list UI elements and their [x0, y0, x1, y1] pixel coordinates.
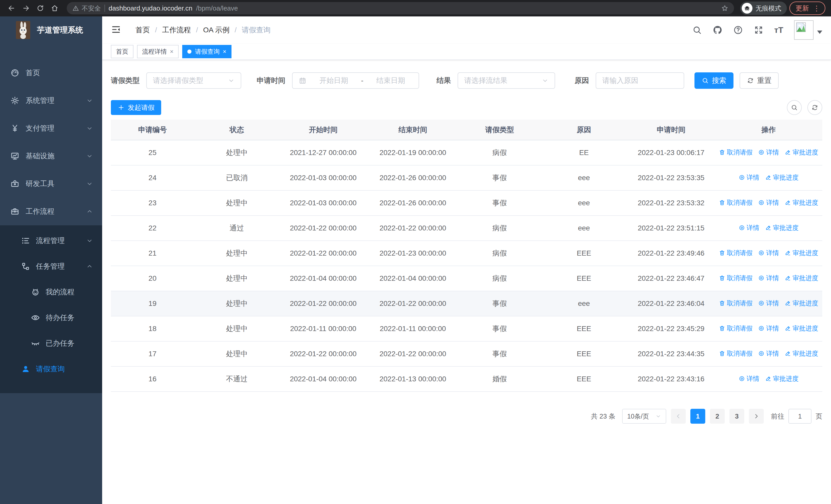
sidebar-item-5[interactable]: 工作流程	[0, 198, 102, 225]
result-select[interactable]: 请选择流结果	[458, 72, 555, 89]
sidebar-item-4[interactable]: 研发工具	[0, 170, 102, 198]
detail-action-link[interactable]: 详情	[739, 375, 760, 383]
create-leave-button[interactable]: 发起请假	[111, 100, 161, 115]
sidebar-subitem-label: 流程管理	[36, 236, 81, 245]
pen-icon	[784, 350, 791, 357]
help-icon[interactable]	[733, 25, 743, 35]
cell-id: 24	[111, 165, 194, 190]
detail-action-link[interactable]: 详情	[758, 274, 779, 282]
cell-start: 2022-01-22 00:00:00	[280, 291, 367, 316]
cancel-action-link[interactable]: 取消请假	[719, 349, 752, 358]
column-header: 开始时间	[280, 120, 367, 140]
toggle-search-button[interactable]	[787, 100, 802, 115]
forward-icon[interactable]	[20, 2, 32, 14]
url-bar[interactable]: 不安全 dashboard.yudao.iocoder.cn/bpm/oa/le…	[67, 2, 734, 14]
detail-action-link[interactable]: 详情	[758, 148, 779, 156]
browser-update-button[interactable]: 更新 ⋮	[790, 2, 825, 15]
not-secure-warning[interactable]: 不安全	[73, 4, 101, 12]
font-size-icon[interactable]: тТ	[774, 26, 783, 34]
progress-action-link[interactable]: 审批进度	[784, 249, 818, 257]
reload-icon[interactable]	[34, 2, 46, 14]
cancel-action-link[interactable]: 取消请假	[719, 249, 752, 257]
sidebar-collapse-icon[interactable]	[111, 24, 122, 36]
progress-action-link[interactable]: 审批进度	[784, 198, 818, 207]
pagination: 共 23 条 10条/页 1 2 3 前往 页	[111, 409, 822, 439]
sidebar-subitem-0[interactable]: 流程管理	[0, 228, 102, 254]
trash-icon	[719, 149, 725, 155]
tab-leave-query[interactable]: 请假查询×	[182, 45, 231, 58]
column-header: 状态	[194, 120, 280, 140]
cancel-action-link[interactable]: 取消请假	[719, 148, 752, 156]
tab-home[interactable]: 首页	[111, 45, 134, 58]
detail-action-link[interactable]: 详情	[758, 324, 779, 333]
goto-page-input[interactable]	[789, 409, 811, 424]
breadcrumb-item-oa[interactable]: OA 示例	[203, 25, 230, 35]
reset-button[interactable]: 重置	[740, 72, 779, 89]
sidebar-subitem-5[interactable]: 请假查询	[0, 356, 102, 382]
github-icon[interactable]	[713, 25, 722, 35]
sidebar-subitem-2[interactable]: 我的流程	[0, 279, 102, 305]
page-button-1[interactable]: 1	[690, 409, 705, 424]
sidebar-subitem-label: 已办任务	[46, 338, 93, 348]
detail-action-link[interactable]: 详情	[758, 249, 779, 257]
apply-time-range-picker[interactable]: 开始日期 - 结束日期	[292, 72, 419, 89]
progress-action-link[interactable]: 审批进度	[784, 274, 818, 282]
tab-process-detail[interactable]: 流程详情×	[137, 45, 179, 58]
trash-icon	[719, 199, 725, 206]
sidebar-item-2[interactable]: 支付管理	[0, 114, 102, 142]
progress-action-link[interactable]: 审批进度	[765, 173, 799, 182]
cancel-action-link[interactable]: 取消请假	[719, 324, 752, 333]
cell-start: 2022-01-11 00:00:00	[280, 316, 367, 341]
progress-action-link[interactable]: 审批进度	[765, 375, 799, 383]
cell-actions: 详情审批进度	[715, 366, 822, 392]
plus-icon	[118, 104, 125, 111]
sidebar-subitem-3[interactable]: 待办任务	[0, 305, 102, 330]
chevron-down-icon	[86, 180, 93, 187]
close-icon[interactable]: ×	[223, 48, 226, 55]
detail-action-link[interactable]: 详情	[739, 173, 760, 182]
user-avatar[interactable]	[794, 20, 822, 40]
cancel-action-link[interactable]: 取消请假	[719, 274, 752, 282]
chevron-down-icon	[228, 77, 235, 84]
reason-input[interactable]	[596, 73, 684, 88]
page-size-select[interactable]: 10条/页	[622, 409, 666, 424]
kebab-menu-icon[interactable]: ⋮	[813, 4, 820, 12]
detail-action-link[interactable]: 详情	[758, 198, 779, 207]
prev-page-button[interactable]	[671, 409, 686, 424]
cancel-action-link[interactable]: 取消请假	[719, 198, 752, 207]
detail-icon	[758, 250, 765, 256]
sidebar-item-0[interactable]: 首页	[0, 59, 102, 87]
cell-reason: EEE	[541, 266, 627, 291]
leave-type-select[interactable]: 请选择请假类型	[146, 72, 241, 89]
sidebar-logo[interactable]: 芋道管理系统	[0, 17, 102, 43]
breadcrumb-item-home[interactable]: 首页	[136, 25, 150, 35]
sidebar-item-3[interactable]: 基础设施	[0, 142, 102, 170]
fullscreen-icon[interactable]	[754, 25, 764, 35]
cancel-action-link[interactable]: 取消请假	[719, 299, 752, 307]
bookmark-star-icon[interactable]	[721, 5, 728, 12]
progress-action-link[interactable]: 审批进度	[765, 224, 799, 232]
detail-action-link[interactable]: 详情	[758, 299, 779, 307]
search-button[interactable]: 搜索	[694, 72, 734, 89]
close-icon[interactable]: ×	[170, 48, 173, 55]
progress-action-link[interactable]: 审批进度	[784, 324, 818, 333]
detail-action-link[interactable]: 详情	[758, 349, 779, 358]
progress-action-link[interactable]: 审批进度	[784, 349, 818, 358]
cell-id: 19	[111, 291, 194, 316]
page-button-3[interactable]: 3	[729, 409, 744, 424]
back-icon[interactable]	[6, 2, 18, 14]
progress-action-link[interactable]: 审批进度	[784, 299, 818, 307]
breadcrumb-item-workflow[interactable]: 工作流程	[162, 25, 191, 35]
sidebar-item-1[interactable]: 系统管理	[0, 87, 102, 114]
sidebar-subitem-1[interactable]: 任务管理	[0, 254, 102, 279]
table-row: 19处理中2022-01-22 00:00:002022-01-22 00:00…	[111, 291, 822, 316]
search-icon[interactable]	[692, 25, 702, 35]
refresh-table-button[interactable]	[807, 100, 822, 115]
next-page-button[interactable]	[749, 409, 764, 424]
progress-action-link[interactable]: 审批进度	[784, 148, 818, 156]
detail-action-link[interactable]: 详情	[739, 224, 760, 232]
home-icon[interactable]	[49, 2, 61, 14]
page-button-2[interactable]: 2	[710, 409, 725, 424]
url-path: /bpm/oa/leave	[196, 4, 238, 12]
sidebar-subitem-4[interactable]: 已办任务	[0, 330, 102, 356]
